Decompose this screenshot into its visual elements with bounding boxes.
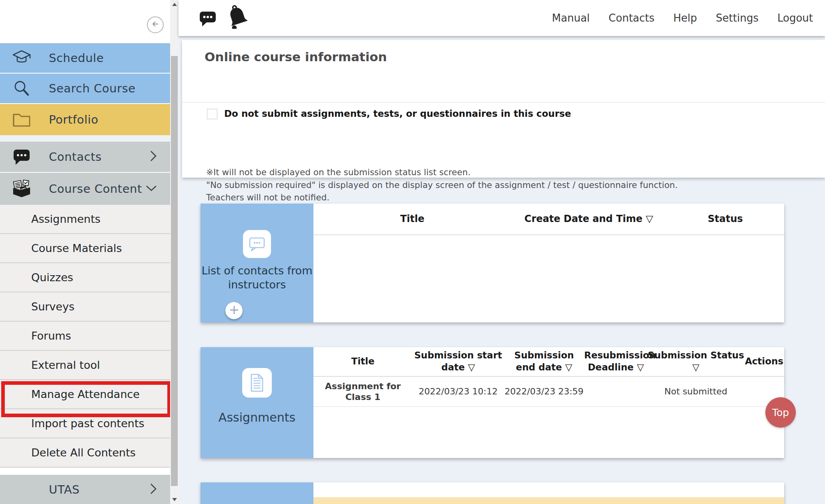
contacts-table-header: Title Create Date and Time ▽ Status (313, 204, 784, 235)
chevron-right-icon (149, 150, 157, 164)
cell-submission-status: Not submitted (648, 386, 744, 397)
column-header-actions[interactable]: Actions (744, 356, 784, 368)
column-header-title[interactable]: Title (313, 213, 511, 225)
sidebar-item-label: Import past contents (31, 417, 145, 430)
contacts-table: Title Create Date and Time ▽ Status (313, 204, 784, 322)
sidebar-item-label: Surveys (31, 300, 74, 313)
sidebar-item-search-course[interactable]: Search Course (0, 74, 170, 103)
contacts-panel-label: List of contacts from instructors (201, 264, 313, 292)
sidebar-item-external-tool[interactable]: External tool (0, 351, 170, 380)
app-window: Schedule Search Course Portfolio Contact… (0, 0, 825, 504)
note-line-3: Teachers will not be notified. (206, 192, 329, 202)
scrollbar-thumb[interactable] (171, 56, 178, 486)
column-header-title[interactable]: Title (313, 356, 412, 368)
sidebar-item-course-content[interactable]: Course Content (0, 173, 170, 205)
sidebar-item-course-materials[interactable]: Course Materials (0, 234, 170, 263)
sidebar-item-label: Contacts (49, 150, 102, 164)
sidebar-item-assignments[interactable]: Assignments (0, 205, 170, 234)
sidebar-divider-strip (0, 135, 170, 142)
sidebar-item-manage-attendance[interactable]: Manage Attendance (0, 380, 170, 409)
column-header-submission-end[interactable]: Submission end date ▽ (504, 350, 584, 374)
chat-icon[interactable] (199, 10, 217, 29)
note-line-1: ※It will not be displayed on the submiss… (206, 167, 471, 177)
third-card-panel[interactable] (201, 482, 313, 504)
sidebar-item-label: Quizzes (31, 271, 73, 284)
sidebar-item-label: Forums (31, 330, 71, 342)
sidebar-item-utas[interactable]: UTAS (0, 475, 170, 504)
scrollbar-down-arrow[interactable] (170, 495, 179, 504)
sidebar-item-forums[interactable]: Forums (0, 322, 170, 351)
nav-manual[interactable]: Manual (552, 12, 590, 24)
contacts-from-instructors-card: Title Create Date and Time ▽ Status List… (201, 204, 784, 322)
folder-icon (12, 110, 31, 129)
sidebar-item-label: Manage Attendance (31, 388, 140, 400)
chevron-down-icon (145, 184, 157, 194)
speech-bubble-icon (12, 147, 31, 166)
sidebar-collapse-button[interactable] (147, 16, 164, 33)
content-box-icon (12, 179, 31, 198)
cell-title[interactable]: Assignment for Class 1 (313, 381, 412, 403)
add-contact-button[interactable] (225, 302, 243, 319)
contacts-card-panel[interactable]: List of contacts from instructors (201, 204, 313, 322)
assignments-card-panel[interactable]: Assignments (201, 347, 313, 458)
column-header-resubmission-deadline[interactable]: Resubmission Deadline ▽ (584, 350, 648, 374)
nav-help[interactable]: Help (673, 12, 697, 24)
assignment-row[interactable]: Assignment for Class 1 2022/03/23 10:12 … (313, 377, 784, 407)
top-navigation: Manual Contacts Help Settings Logout (552, 0, 813, 36)
nav-contacts[interactable]: Contacts (608, 12, 654, 24)
document-icon (242, 368, 272, 398)
assignments-card: Title Submission start date ▽ Submission… (201, 347, 784, 458)
checkbox-label: Do not submit assignments, tests, or que… (224, 108, 571, 119)
plus-icon (229, 304, 240, 317)
nav-logout[interactable]: Logout (777, 12, 813, 24)
divider (182, 102, 825, 102)
online-course-information-card: Online course information Do not submit … (182, 40, 825, 178)
sidebar-item-label: Course Content (49, 182, 142, 196)
sidebar-item-import-past-contents[interactable]: Import past contents (0, 409, 170, 438)
assignments-table: Title Submission start date ▽ Submission… (313, 347, 784, 458)
sidebar-item-portfolio[interactable]: Portfolio (0, 104, 170, 135)
cell-submission-end: 2022/03/23 23:59 (504, 386, 584, 397)
column-header-create-date[interactable]: Create Date and Time ▽ (511, 213, 666, 225)
sidebar-item-contacts[interactable]: Contacts (0, 142, 170, 172)
scroll-to-top-button[interactable]: Top (765, 397, 796, 428)
page-title: Online course information (205, 50, 387, 64)
sidebar-item-label: External tool (31, 359, 100, 371)
assignments-table-header: Title Submission start date ▽ Submission… (313, 347, 784, 377)
graduation-cap-icon (12, 48, 31, 68)
do-not-submit-checkbox[interactable] (207, 109, 217, 119)
column-header-status[interactable]: Status (666, 213, 784, 225)
back-arrow-icon (150, 19, 161, 31)
sidebar-item-delete-all-contents[interactable]: Delete All Contents (0, 438, 170, 468)
chat-outline-icon (243, 230, 271, 258)
course-content-submenu: Assignments Course Materials Quizzes Sur… (0, 205, 170, 468)
column-header-submission-start[interactable]: Submission start date ▽ (412, 350, 504, 374)
third-card-highlight-row (313, 497, 784, 504)
top-bar: Manual Contacts Help Settings Logout (179, 0, 825, 36)
sidebar-item-surveys[interactable]: Surveys (0, 292, 170, 322)
sidebar-item-label: Delete All Contents (31, 446, 136, 459)
note-line-2: "No submission required" is displayed on… (206, 180, 678, 190)
sidebar-item-schedule[interactable]: Schedule (0, 43, 170, 73)
nav-settings[interactable]: Settings (716, 12, 759, 24)
sidebar-item-label: Portfolio (49, 113, 98, 126)
sidebar-item-label: Search Course (49, 82, 136, 95)
sidebar-item-label: Schedule (49, 51, 104, 65)
column-header-submission-status[interactable]: Submission Status ▽ (648, 350, 744, 374)
chevron-right-icon (149, 483, 157, 496)
sidebar-item-label: Course Materials (31, 242, 122, 254)
sidebar-item-label: Assignments (31, 213, 100, 225)
sidebar: Schedule Search Course Portfolio Contact… (0, 0, 170, 504)
third-card-partial (201, 482, 784, 504)
sidebar-item-quizzes[interactable]: Quizzes (0, 263, 170, 292)
top-button-label: Top (772, 407, 789, 418)
sidebar-scrollbar[interactable] (170, 0, 179, 504)
search-icon (12, 79, 31, 98)
assignments-panel-label: Assignments (201, 410, 313, 424)
sidebar-item-label: UTAS (49, 483, 80, 496)
bell-icon[interactable] (226, 4, 249, 30)
cell-submission-start: 2022/03/23 10:12 (412, 386, 504, 397)
scrollbar-up-arrow[interactable] (170, 0, 179, 9)
